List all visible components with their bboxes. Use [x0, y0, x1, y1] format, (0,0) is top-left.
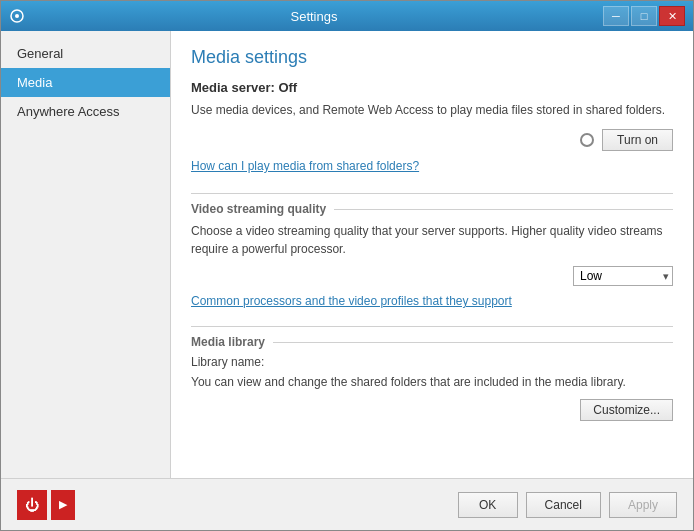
power-icon: ⏻: [25, 497, 39, 513]
footer-right: OK Cancel Apply: [458, 492, 677, 518]
sidebar-item-anywhere-access[interactable]: Anywhere Access: [1, 97, 170, 126]
quality-select[interactable]: Low Medium High: [573, 266, 673, 286]
divider-1: [191, 193, 673, 194]
quality-row: Low Medium High: [191, 266, 673, 286]
main-content: Media settings Media server: Off Use med…: [171, 31, 693, 478]
minimize-button[interactable]: ─: [603, 6, 629, 26]
sidebar: General Media Anywhere Access: [1, 31, 171, 478]
turn-on-button[interactable]: Turn on: [602, 129, 673, 151]
media-server-description: Use media devices, and Remote Web Access…: [191, 101, 673, 119]
sidebar-item-media[interactable]: Media: [1, 68, 170, 97]
footer-left: ⏻ ▶: [17, 490, 75, 520]
streaming-description: Choose a video streaming quality that yo…: [191, 222, 673, 258]
svg-point-1: [15, 14, 19, 18]
footer: ⏻ ▶ OK Cancel Apply: [1, 478, 693, 530]
media-library-header: Media library: [191, 335, 673, 349]
processors-link[interactable]: Common processors and the video profiles…: [191, 294, 673, 308]
media-help-link[interactable]: How can I play media from shared folders…: [191, 159, 673, 173]
window-title: Settings: [25, 9, 603, 24]
turn-on-row: Turn on: [191, 129, 673, 151]
maximize-button[interactable]: □: [631, 6, 657, 26]
window-controls: ─ □ ✕: [603, 6, 685, 26]
title-bar: Settings ─ □ ✕: [1, 1, 693, 31]
window-icon: [9, 8, 25, 24]
power-button[interactable]: ⏻: [17, 490, 47, 520]
sidebar-item-general[interactable]: General: [1, 39, 170, 68]
library-name-label: Library name:: [191, 355, 673, 369]
header-line-2: [273, 342, 673, 343]
close-button[interactable]: ✕: [659, 6, 685, 26]
page-title: Media settings: [191, 47, 673, 68]
library-description: You can view and change the shared folde…: [191, 373, 673, 391]
media-server-title: Media server: Off: [191, 80, 673, 95]
quality-select-wrapper[interactable]: Low Medium High: [573, 266, 673, 286]
arrow-button[interactable]: ▶: [51, 490, 75, 520]
settings-window: Settings ─ □ ✕ General Media Anywhere Ac…: [0, 0, 694, 531]
radio-off[interactable]: [580, 133, 594, 147]
ok-button[interactable]: OK: [458, 492, 518, 518]
header-line: [334, 209, 673, 210]
divider-2: [191, 326, 673, 327]
apply-button[interactable]: Apply: [609, 492, 677, 518]
video-streaming-header: Video streaming quality: [191, 202, 673, 216]
customize-row: Customize...: [191, 399, 673, 421]
arrow-icon: ▶: [59, 498, 67, 511]
content-area: General Media Anywhere Access Media sett…: [1, 31, 693, 478]
cancel-button[interactable]: Cancel: [526, 492, 601, 518]
customize-button[interactable]: Customize...: [580, 399, 673, 421]
